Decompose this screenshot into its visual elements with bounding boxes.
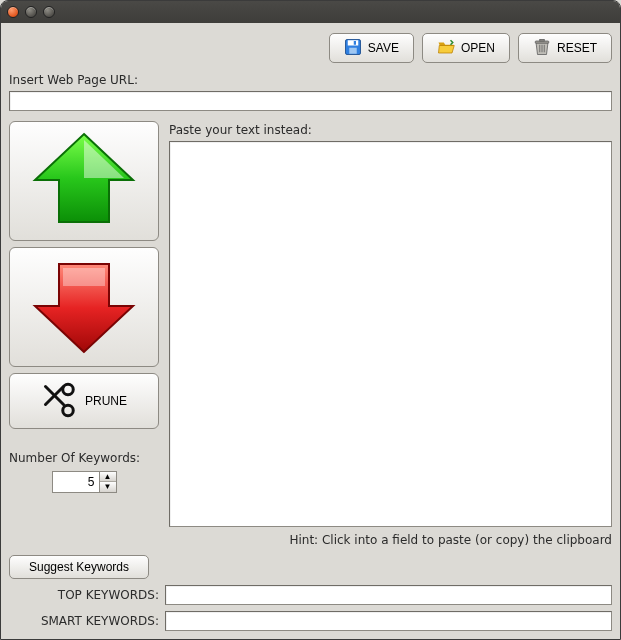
trash-icon: [533, 38, 551, 59]
top-keywords-label: TOP KEYWORDS:: [9, 588, 159, 602]
arrow-up-icon: [29, 130, 139, 233]
num-keywords-label: Number Of Keywords:: [9, 451, 159, 465]
close-icon[interactable]: [7, 6, 19, 18]
right-panel: Paste your text instead:: [169, 121, 612, 527]
suggest-keywords-button[interactable]: Suggest Keywords: [9, 555, 149, 579]
titlebar: [1, 1, 620, 23]
smart-keywords-input[interactable]: [165, 611, 612, 631]
reset-button[interactable]: RESET: [518, 33, 612, 63]
svg-rect-2: [349, 47, 357, 53]
save-button[interactable]: SAVE: [329, 33, 414, 63]
url-label: Insert Web Page URL:: [9, 73, 612, 87]
minimize-icon[interactable]: [25, 6, 37, 18]
svg-rect-1: [348, 40, 359, 45]
prune-button-label: PRUNE: [85, 394, 127, 408]
spin-down-button[interactable]: ▼: [100, 482, 116, 492]
open-button[interactable]: OPEN: [422, 33, 510, 63]
svg-rect-5: [540, 39, 545, 41]
svg-point-10: [63, 405, 74, 416]
num-keywords-input[interactable]: [52, 471, 100, 493]
open-button-label: OPEN: [461, 41, 495, 55]
num-keywords-spinner: ▲ ▼: [100, 471, 117, 493]
maximize-icon[interactable]: [43, 6, 55, 18]
textarea-label: Paste your text instead:: [169, 123, 612, 137]
content-area: SAVE OPEN RESET Insert Web Page URL:: [1, 23, 620, 639]
reset-button-label: RESET: [557, 41, 597, 55]
svg-point-9: [63, 384, 74, 395]
spin-up-button[interactable]: ▲: [100, 472, 116, 482]
folder-open-icon: [437, 38, 455, 59]
top-keywords-input[interactable]: [165, 585, 612, 605]
suggest-keywords-label: Suggest Keywords: [29, 560, 129, 574]
save-button-label: SAVE: [368, 41, 399, 55]
svg-rect-3: [354, 41, 356, 45]
arrow-down-icon: [29, 256, 139, 359]
smart-keywords-label: SMART KEYWORDS:: [9, 614, 159, 628]
hint-text: Hint: Click into a field to paste (or co…: [9, 533, 612, 547]
paste-text-input[interactable]: [169, 141, 612, 527]
floppy-disk-icon: [344, 38, 362, 59]
up-arrow-button[interactable]: [9, 121, 159, 241]
prune-button[interactable]: PRUNE: [9, 373, 159, 429]
url-input[interactable]: [9, 91, 612, 111]
toolbar: SAVE OPEN RESET: [9, 29, 612, 71]
down-arrow-button[interactable]: [9, 247, 159, 367]
scissors-icon: [41, 382, 77, 421]
app-window: SAVE OPEN RESET Insert Web Page URL:: [0, 0, 621, 640]
left-panel: PRUNE Number Of Keywords: ▲ ▼: [9, 121, 159, 527]
